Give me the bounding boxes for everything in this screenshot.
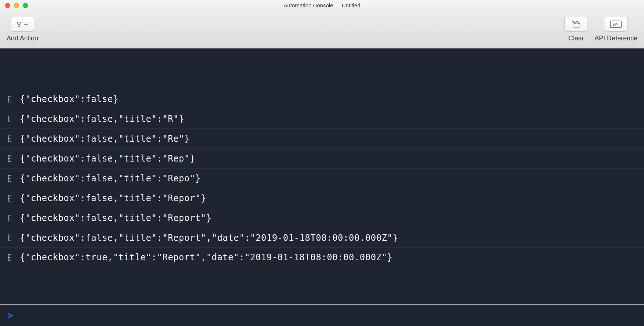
log-text: {"checkbox":false,"title":"R"} xyxy=(20,114,184,124)
clear-button[interactable] xyxy=(564,17,588,32)
svg-rect-3 xyxy=(574,24,579,27)
log-text: {"checkbox":false,"title":"Repo"} xyxy=(20,173,201,184)
clear-item: Clear xyxy=(564,17,588,42)
zoom-window-button[interactable] xyxy=(23,3,28,8)
close-window-button[interactable] xyxy=(5,3,10,8)
log-source-icon xyxy=(7,175,13,182)
log-row[interactable]: {"checkbox":false,"title":"R"} xyxy=(0,109,644,128)
add-action-item: Add Action xyxy=(7,17,38,42)
clear-label: Clear xyxy=(568,35,584,42)
window-title: Automation Console — Untitled xyxy=(283,2,360,8)
log-source-icon xyxy=(7,195,13,202)
log-source-icon xyxy=(7,254,13,261)
log-source-icon xyxy=(7,116,13,122)
log-text: {"checkbox":false,"title":"Re"} xyxy=(20,134,190,144)
window: Automation Console — Untitled xyxy=(0,0,644,326)
add-action-button[interactable] xyxy=(11,17,34,32)
log-row[interactable]: {"checkbox":false,"title":"Report"} xyxy=(0,208,644,228)
log-source-icon xyxy=(7,96,13,102)
log-text: {"checkbox":false,"title":"Report","date… xyxy=(20,233,398,243)
log-row[interactable]: {"checkbox":true,"title":"Report","date"… xyxy=(0,247,644,267)
log-source-icon xyxy=(7,155,13,162)
svg-point-0 xyxy=(18,24,20,26)
add-action-icon xyxy=(16,21,29,28)
window-controls xyxy=(5,3,28,8)
api-reference-label: API Reference xyxy=(594,35,637,42)
titlebar: Automation Console — Untitled xyxy=(0,0,644,11)
toolbar: Add Action xyxy=(0,11,644,48)
add-action-label: Add Action xyxy=(7,35,38,42)
console-output[interactable]: {"checkbox":false}{"checkbox":false,"tit… xyxy=(0,48,644,304)
log-text: {"checkbox":false,"title":"Rep"} xyxy=(20,153,195,164)
api-reference-item: API API Reference xyxy=(594,17,637,42)
log-text: {"checkbox":true,"title":"Report","date"… xyxy=(20,252,393,262)
svg-text:API: API xyxy=(613,23,619,26)
log-text: {"checkbox":false} xyxy=(20,94,118,104)
log-row[interactable]: {"checkbox":false,"title":"Re"} xyxy=(0,128,644,148)
api-reference-button[interactable]: API xyxy=(604,17,627,32)
prompt-input[interactable] xyxy=(18,305,644,326)
log-text: {"checkbox":false,"title":"Repor"} xyxy=(20,193,206,203)
prompt-caret-icon: > xyxy=(7,310,13,321)
log-row[interactable]: {"checkbox":false,"title":"Repo"} xyxy=(0,168,644,188)
log-source-icon xyxy=(7,215,13,221)
prompt-row: > xyxy=(0,304,644,326)
clear-icon xyxy=(571,20,581,28)
log-source-icon xyxy=(7,135,13,142)
log-row[interactable]: {"checkbox":false,"title":"Report","date… xyxy=(0,228,644,247)
api-reference-icon: API xyxy=(610,20,622,28)
log-source-icon xyxy=(7,235,13,241)
log-row[interactable]: {"checkbox":false,"title":"Rep"} xyxy=(0,148,644,168)
log-row[interactable]: {"checkbox":false,"title":"Repor"} xyxy=(0,188,644,208)
log-row[interactable]: {"checkbox":false} xyxy=(0,89,644,109)
log-text: {"checkbox":false,"title":"Report"} xyxy=(20,213,212,223)
minimize-window-button[interactable] xyxy=(14,3,19,8)
